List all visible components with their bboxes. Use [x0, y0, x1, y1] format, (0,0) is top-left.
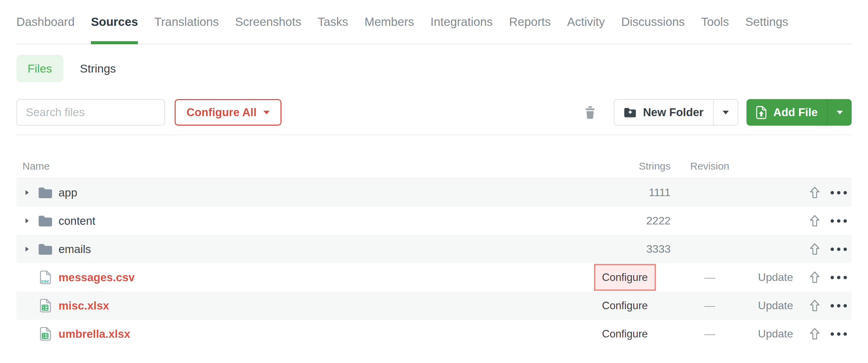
new-folder-label: New Folder: [643, 106, 704, 119]
file-name-link[interactable]: umbrella.xlsx: [59, 328, 130, 341]
upload-arrow-icon: [810, 215, 820, 227]
table-header: Name Strings Revision: [16, 135, 852, 178]
ellipsis-icon: [831, 276, 834, 279]
add-file-split-button: Add File: [746, 99, 852, 126]
configure-button[interactable]: Configure: [594, 320, 656, 347]
ellipsis-icon: [831, 219, 834, 223]
nav-tab-sources[interactable]: Sources: [91, 0, 138, 44]
nav-tab-settings[interactable]: Settings: [745, 0, 788, 44]
revision-value: —: [671, 271, 749, 284]
revision-value: —: [671, 299, 749, 312]
upload-arrow-icon: [810, 300, 820, 312]
xlsx-file-icon: [40, 299, 51, 313]
strings-count: 3333: [579, 243, 671, 255]
chevron-down-icon: [837, 111, 843, 114]
expand-folder-button[interactable]: [25, 246, 29, 252]
folder-icon: [38, 187, 52, 198]
expand-folder-button[interactable]: [25, 190, 29, 195]
strings-count: 1111: [579, 186, 671, 199]
nav-tab-discussions[interactable]: Discussions: [621, 0, 685, 44]
row-menu-button[interactable]: [831, 219, 847, 223]
chevron-down-icon: [723, 111, 729, 114]
new-folder-split-button: New Folder: [614, 99, 738, 126]
file-upload-icon: [756, 106, 767, 119]
ellipsis-icon: [831, 191, 834, 194]
caret-right-icon: [25, 218, 29, 224]
table-rows: app 1111: [16, 178, 852, 348]
ellipsis-icon: [831, 304, 834, 307]
upload-translations-button[interactable]: [810, 187, 820, 199]
trash-icon: [585, 106, 595, 119]
upload-arrow-icon: [810, 243, 820, 255]
column-header-revision: Revision: [671, 160, 749, 172]
row-menu-button[interactable]: [831, 248, 847, 251]
table-row-folder-emails[interactable]: emails 3333: [16, 235, 852, 263]
upload-arrow-icon: [810, 187, 820, 199]
add-file-button[interactable]: Add File: [746, 99, 827, 126]
configure-all-button[interactable]: Configure All: [175, 99, 282, 126]
table-row-file-umbrella-xlsx[interactable]: umbrella.xlsx Configure — Update: [16, 320, 852, 348]
delete-button[interactable]: [585, 106, 595, 119]
add-file-label: Add File: [773, 106, 818, 119]
files-table: Name Strings Revision: [16, 135, 852, 348]
expand-folder-button[interactable]: [25, 218, 29, 224]
new-folder-dropdown[interactable]: [713, 100, 738, 125]
configure-button-highlighted[interactable]: Configure: [594, 264, 656, 291]
file-name-link[interactable]: messages.csv: [59, 271, 135, 284]
nav-tab-members[interactable]: Members: [365, 0, 414, 44]
sources-page: Dashboard Sources Translations Screensho…: [0, 0, 868, 348]
upload-translations-button[interactable]: [810, 243, 820, 255]
project-nav: Dashboard Sources Translations Screensho…: [16, 0, 852, 44]
csv-file-icon: csv: [40, 270, 51, 284]
column-header-strings: Strings: [579, 160, 671, 172]
folder-name-link[interactable]: content: [59, 215, 95, 227]
row-menu-button[interactable]: [831, 304, 847, 307]
nav-tab-translations[interactable]: Translations: [154, 0, 219, 44]
nav-tab-integrations[interactable]: Integrations: [431, 0, 493, 44]
view-toggle: Files Strings: [16, 55, 852, 82]
table-row-folder-app[interactable]: app 1111: [16, 178, 852, 207]
ellipsis-icon: [831, 248, 834, 251]
row-menu-button[interactable]: [831, 276, 847, 279]
folder-name-link[interactable]: emails: [59, 243, 91, 256]
nav-tab-screenshots[interactable]: Screenshots: [235, 0, 302, 44]
column-header-name: Name: [16, 160, 579, 172]
strings-count: 2222: [579, 215, 671, 227]
folder-name-link[interactable]: app: [59, 186, 77, 199]
nav-tab-reports[interactable]: Reports: [509, 0, 551, 44]
update-link[interactable]: Update: [758, 299, 793, 312]
xlsx-file-icon: [40, 327, 51, 341]
tab-files[interactable]: Files: [16, 55, 63, 82]
file-name-link[interactable]: misc.xlsx: [59, 299, 109, 312]
add-file-dropdown[interactable]: [827, 99, 852, 126]
table-row-file-misc-xlsx[interactable]: misc.xlsx Configure — Update: [16, 291, 852, 320]
caret-right-icon: [25, 190, 29, 195]
configure-button[interactable]: Configure: [594, 292, 656, 319]
upload-translations-button[interactable]: [810, 215, 820, 227]
upload-translations-button[interactable]: [810, 300, 820, 312]
nav-tab-activity[interactable]: Activity: [567, 0, 605, 44]
folder-plus-icon: [624, 108, 636, 117]
tab-strings[interactable]: Strings: [69, 55, 127, 82]
caret-right-icon: [25, 246, 29, 252]
nav-tab-dashboard[interactable]: Dashboard: [16, 0, 75, 44]
nav-tab-tasks[interactable]: Tasks: [318, 0, 348, 44]
table-row-folder-content[interactable]: content 2222: [16, 207, 852, 235]
files-toolbar: Configure All New Folder: [16, 99, 852, 126]
update-link[interactable]: Update: [758, 271, 793, 284]
svg-text:csv: csv: [41, 279, 49, 284]
upload-arrow-icon: [810, 328, 820, 340]
nav-tab-tools[interactable]: Tools: [701, 0, 729, 44]
table-row-file-messages-csv[interactable]: csv messages.csv Configure — Update: [16, 263, 852, 291]
search-input[interactable]: [16, 99, 165, 126]
row-menu-button[interactable]: [831, 332, 847, 336]
ellipsis-icon: [831, 332, 834, 336]
configure-all-label: Configure All: [187, 106, 257, 119]
row-menu-button[interactable]: [831, 191, 847, 194]
revision-value: —: [671, 328, 749, 340]
update-link[interactable]: Update: [758, 328, 793, 340]
new-folder-button[interactable]: New Folder: [614, 100, 713, 125]
upload-translations-button[interactable]: [810, 271, 820, 284]
upload-arrow-icon: [810, 271, 820, 284]
upload-translations-button[interactable]: [810, 328, 820, 340]
